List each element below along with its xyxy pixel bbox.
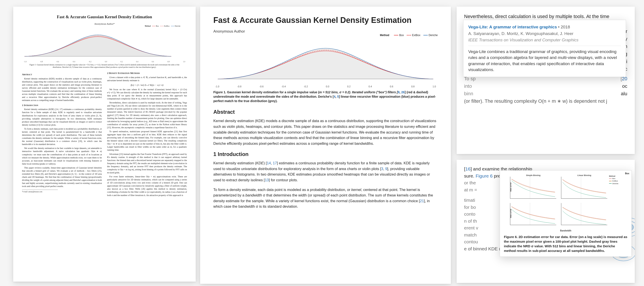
fig1-caption: Figure 1. Gaussian kernel density estima… xyxy=(213,90,438,104)
abstract-text: Kernel density estimation (KDE) models a… xyxy=(22,77,102,102)
excerpt-line: Nevertheless, direct calculation is used… xyxy=(464,13,627,20)
intro-p3: We would like density estimation to be f… xyxy=(22,147,102,165)
sec2-p2: We focus on the case where K is the norm… xyxy=(107,88,187,100)
citation-tooltip[interactable]: Vega-Lite: A grammar of interactive grap… xyxy=(463,20,626,77)
fig1-legend: Method Box ExtBox Deriche xyxy=(213,34,438,37)
sec1-heading: 1 Introduction xyxy=(22,104,102,107)
occluded-text: (or filter). The resulting complexity O(… xyxy=(464,98,627,105)
sec2-p5: Silverman [23] instead applies the Fast … xyxy=(107,153,187,174)
paper-author: Anonymous Author* xyxy=(22,22,187,25)
citation-link[interactable]: 8 xyxy=(398,90,400,94)
figure-ref-link[interactable]: Figure 6 xyxy=(476,173,493,178)
paper-title: Fast & Accurate Gaussian Kernel Density … xyxy=(22,14,187,19)
fig1-legend-small: Method Box ExtBox Deriche xyxy=(22,25,180,27)
tooltip-venue: IEEE Transactions on Visualization and C… xyxy=(468,37,621,43)
tooltip-abstract: Vega-Lite combines a traditional grammar… xyxy=(468,48,621,73)
figure-popover[interactable]: Box Simple Binning Max Error Linear Binn… xyxy=(500,170,632,257)
fig1-caption-small: Figure 1: Gaussian kernel density estima… xyxy=(28,64,181,69)
tooltip-year: • 2018 xyxy=(558,25,570,29)
paper-pdf-view: Fast & Accurate Gaussian Kernel Density … xyxy=(13,6,196,282)
citation-link[interactable]: 16 xyxy=(466,166,470,172)
reader-author: Anonymous Author xyxy=(213,29,438,34)
citation-link[interactable]: 3 xyxy=(381,167,383,171)
fig1-axis-small: -1.0-0.8-0.6-0.4-0.20.00.20.40.60.81.0 xyxy=(22,61,187,63)
abstract-heading: Abstract xyxy=(213,109,438,115)
intro-paragraph-2: To form a density estimate, each data po… xyxy=(213,187,438,210)
citation-link[interactable]: 9 xyxy=(385,167,387,171)
fig6-small-multiples: Simple Binning Max Error Linear Binning … xyxy=(504,174,628,228)
intro-p2: To form a density estimate, each data po… xyxy=(22,128,102,146)
sec2-p3: Nevertheless, direct calculation is used… xyxy=(107,101,187,129)
sec2-p6: For even faster estimates, linear-time O… xyxy=(107,175,187,197)
fig6-caption: Figure 6. 2D estimation error for car da… xyxy=(504,234,628,253)
figure-hover-excerpt: [16] and examine the relationship sure. … xyxy=(456,160,635,283)
citation-link[interactable]: 21 xyxy=(420,199,424,203)
abstract-body: Kernel density estimation (KDE) models a… xyxy=(213,118,438,146)
sec2-p4: To speed estimation, statisticians propo… xyxy=(107,130,187,152)
occluded-text: binnalu xyxy=(464,90,627,98)
divider xyxy=(468,46,621,46)
citation-link[interactable]: 5 xyxy=(337,95,339,98)
fig6-xlabel: Bandwidth xyxy=(504,229,628,232)
paper-reader-view: Fast & Accurate Gaussian Kernel Density … xyxy=(200,6,451,284)
fig1-chart xyxy=(213,44,438,82)
citation-link[interactable]: 26 xyxy=(401,90,405,94)
citation-hover-excerpt: Nevertheless, direct calculation is used… xyxy=(456,6,635,154)
intro-paragraph-1: Kernel density estimation (KDE) [14, 17]… xyxy=(213,160,438,183)
citation-link[interactable]: 13 xyxy=(265,178,269,182)
fig1-chart-small xyxy=(22,31,174,59)
fig1-axis: -1.0-0.8-0.6-0.4-0.20.00.20.40.60.81.0 xyxy=(213,85,438,88)
fig6-legend: Method Box ExtBox Deriche xyxy=(609,175,628,185)
tooltip-title[interactable]: Vega-Lite: A grammar of interactive grap… xyxy=(468,25,557,29)
citation-link[interactable]: 14 xyxy=(267,161,271,165)
occluded-text: intooc xyxy=(464,82,627,90)
author-footnote: *e-mail: anony@mouse.com xyxy=(22,190,58,193)
intro-heading: 1 Introduction xyxy=(213,151,438,157)
intro-p4: This paper reviews scalable, linear-time… xyxy=(22,166,102,188)
kde-formula: f(x) = (1 / nσ) Σᵢ₌₁ⁿ K((x − xᵢ) / σ) xyxy=(107,84,187,87)
paper-two-column-body: Abstract Kernel density estimation (KDE)… xyxy=(22,72,187,198)
citation-link[interactable]: 17 xyxy=(273,161,277,165)
sec2-heading: 2 Density Estimation Methods xyxy=(107,72,187,75)
intro-p1: Kernel density estimation (KDE) [14, 17]… xyxy=(22,108,102,126)
abstract-heading: Abstract xyxy=(22,73,102,76)
tooltip-authors: A. Satyanarayan, D. Moritz, K. Wongsupha… xyxy=(468,30,621,37)
sec2-p1: Given a dataset with n data points xᵢ ∈ … xyxy=(107,76,187,82)
citation-link[interactable]: 4 xyxy=(334,95,336,98)
reader-title: Fast & Accurate Gaussian Kernel Density … xyxy=(213,16,438,25)
